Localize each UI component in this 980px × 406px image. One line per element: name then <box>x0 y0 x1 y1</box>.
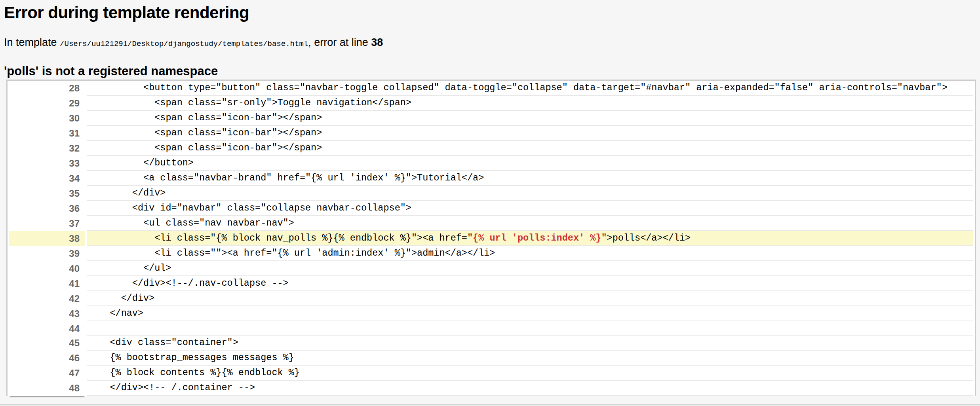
source-row: 37 <ul class="nav navbar-nav"> <box>9 216 973 231</box>
source-row: 46 {% bootstrap_messages messages %} <box>9 351 973 366</box>
code-line: <span class="icon-bar"></span> <box>87 111 973 126</box>
source-row: 48 </div><!-- /.container --> <box>9 381 973 396</box>
source-row: 29 <span class="sr-only">Toggle navigati… <box>9 96 973 111</box>
code-line: <li class=""><a href="{% url 'admin:inde… <box>87 246 973 261</box>
source-row: 39 <li class=""><a href="{% url 'admin:i… <box>9 246 973 261</box>
source-row: 40 </ul> <box>9 261 973 276</box>
error-specific-code: {% url 'polls:index' %} <box>473 233 601 243</box>
code-line <box>87 321 973 336</box>
line-number: 48 <box>9 381 85 396</box>
template-info: In template /Users/uu121291/Desktop/djan… <box>4 36 976 50</box>
code-line: <span class="icon-bar"></span> <box>87 141 973 156</box>
source-rows: 28 <button type="button" class="navbar-t… <box>9 81 973 396</box>
line-number: 35 <box>9 186 85 201</box>
code-line: <a class="navbar-brand" href="{% url 'in… <box>87 171 973 186</box>
source-row: 47 {% block contents %}{% endblock %} <box>9 366 973 381</box>
source-row: 43 </nav> <box>9 306 973 321</box>
code-line: <button type="button" class="navbar-togg… <box>87 81 973 96</box>
source-row: 41 </div><!--/.nav-collapse --> <box>9 276 973 291</box>
traceback-section-band <box>0 404 980 406</box>
line-number: 38 <box>9 231 85 246</box>
source-row: 28 <button type="button" class="navbar-t… <box>9 81 973 96</box>
code-line: </button> <box>87 156 973 171</box>
line-number: 29 <box>9 96 85 111</box>
source-row-error: 38 <li class="{% block nav_polls %}{% en… <box>9 231 973 246</box>
code-line: <li class="{% block nav_polls %}{% endbl… <box>87 231 973 246</box>
source-row: 34 <a class="navbar-brand" href="{% url … <box>9 171 973 186</box>
line-number: 47 <box>9 366 85 381</box>
source-row: 33 </button> <box>9 156 973 171</box>
source-row: 35 </div> <box>9 186 973 201</box>
line-number: 31 <box>9 126 85 141</box>
line-number: 40 <box>9 261 85 276</box>
line-number: 43 <box>9 306 85 321</box>
line-number: 34 <box>9 171 85 186</box>
source-row: 44 <box>9 321 973 336</box>
code-line: </div> <box>87 291 973 306</box>
code-line: <ul class="nav navbar-nav"> <box>87 216 973 231</box>
code-line: </ul> <box>87 261 973 276</box>
code-text: <li class="{% block nav_polls %}{% endbl… <box>88 233 473 243</box>
line-number: 30 <box>9 111 85 126</box>
source-row: 45 <div class="container"> <box>9 336 973 351</box>
page-title: Error during template rendering <box>4 3 976 22</box>
line-number: 28 <box>9 81 85 96</box>
code-line: </div> <box>87 186 973 201</box>
line-number: 36 <box>9 201 85 216</box>
code-line: <div class="container"> <box>87 336 973 351</box>
template-error-section: Error during template rendering In templ… <box>0 0 980 396</box>
source-row: 36 <div id="navbar" class="collapse navb… <box>9 201 973 216</box>
code-line: </div><!--/.nav-collapse --> <box>87 276 973 291</box>
code-line: {% block contents %}{% endblock %} <box>87 366 973 381</box>
code-text: ">polls</a></li> <box>601 233 691 243</box>
code-line: <span class="sr-only">Toggle navigation<… <box>87 96 973 111</box>
code-line: <span class="icon-bar"></span> <box>87 126 973 141</box>
template-path: /Users/uu121291/Desktop/djangostudy/temp… <box>60 40 308 48</box>
in-template-label: In template <box>4 36 60 48</box>
line-number: 41 <box>9 276 85 291</box>
code-line: {% bootstrap_messages messages %} <box>87 351 973 366</box>
line-number: 39 <box>9 246 85 261</box>
source-row: 30 <span class="icon-bar"></span> <box>9 111 973 126</box>
line-number: 46 <box>9 351 85 366</box>
error-message: 'polls' is not a registered namespace <box>4 64 976 78</box>
template-source-table: 28 <button type="button" class="navbar-t… <box>6 80 976 396</box>
source-row: 42 </div> <box>9 291 973 306</box>
line-number: 42 <box>9 291 85 306</box>
line-number: 45 <box>9 336 85 351</box>
source-row: 31 <span class="icon-bar"></span> <box>9 126 973 141</box>
line-number: 32 <box>9 141 85 156</box>
error-at-line-label: , error at line <box>308 36 371 48</box>
line-number: 37 <box>9 216 85 231</box>
code-line: <div id="navbar" class="collapse navbar-… <box>87 201 973 216</box>
error-line-number: 38 <box>371 36 383 48</box>
code-line: </div><!-- /.container --> <box>87 381 973 396</box>
code-line: </nav> <box>87 306 973 321</box>
line-number: 33 <box>9 156 85 171</box>
source-row: 32 <span class="icon-bar"></span> <box>9 141 973 156</box>
line-number: 44 <box>9 321 85 336</box>
